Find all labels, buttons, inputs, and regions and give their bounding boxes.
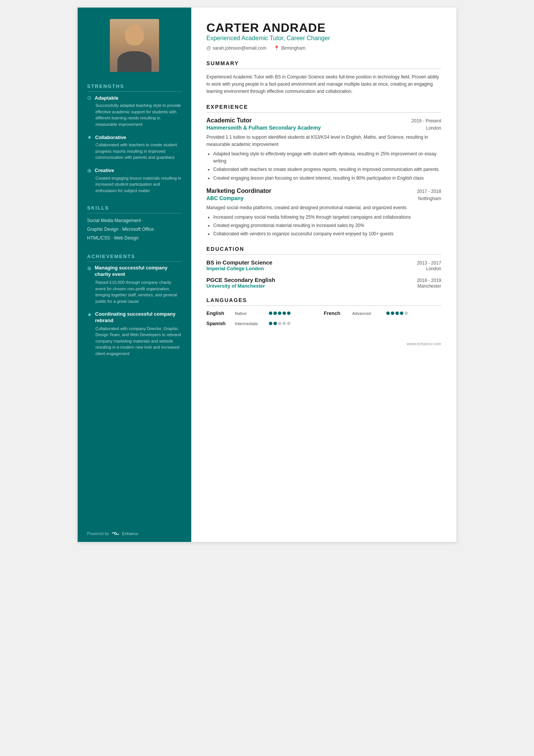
lang-english-level: Native [235,311,265,316]
dot [269,322,272,325]
job1-desc: Provided 1:1 tuition to support identifi… [206,134,441,148]
achievement-charity-title: Managing successful company charity even… [95,265,182,278]
job1-bullet: Created engaging lesson plan focusing on… [213,175,441,182]
education-section: EDUCATION BS in Computer Science 2013 - … [206,246,441,289]
location-value: Birmingham [281,45,305,51]
dot [400,311,403,315]
experience-heading: EXPERIENCE [206,104,441,113]
strength-creative-title: Creative [95,167,114,173]
education-heading: EDUCATION [206,246,441,255]
profile-photo [110,19,159,72]
achievement-charity: ⊕ Managing successful company charity ev… [87,265,182,304]
skills-title: SKILLS [87,205,182,213]
strength-creative-desc: Created engaging lesson materials result… [87,175,182,194]
photo-section [78,8,191,80]
job2-company: ABC Company [206,195,244,201]
languages-section: LANGUAGES English Native French [206,297,441,326]
resume-header: CARTER ANDRADE Experienced Academic Tuto… [206,21,441,51]
email-value: sarah.johnson@email.com [212,45,266,51]
achievement-charity-header: ⊕ Managing successful company charity ev… [87,265,182,278]
strength-adaptable-header: ⊙ Adaptable [87,95,182,101]
edu-bs-location: London [426,266,441,271]
resume-container: STRENGTHS ⊙ Adaptable Successfully adapt… [78,8,456,542]
summary-section: SUMMARY Experienced Academic Tutor with … [206,60,441,95]
lang-english-dots [269,311,290,315]
location-contact: 📍 Birmingham [274,45,305,51]
job2-title: Marketing Coordinator [206,188,272,194]
lang-french-level: Advanced [352,311,383,316]
edu-bs-degree: BS in Computer Science [206,259,272,266]
brand-name: Enhancv [122,531,138,536]
lang-french-name: French [324,310,348,316]
skill-item: HTML/CSS · Web Design [87,234,182,243]
contact-info: @ sarah.johnson@email.com 📍 Birmingham [206,45,441,51]
lang-spanish-level: Intermediate [235,321,265,326]
lang-english: English Native [206,310,324,316]
strengths-title: STRENGTHS [87,83,182,92]
achievements-title: ACHIEVEMENTS [87,254,182,262]
languages-heading: LANGUAGES [206,297,441,306]
brand-logo-icon [111,531,120,536]
strength-collaborative-title: Collaborative [95,135,126,140]
edu-pgce-degree: PGCE Secondary English [206,277,275,283]
strength-adaptable-desc: Successfully adapted teaching style to p… [87,102,182,127]
job1-bullet: Adapted teaching style to effectively en… [213,150,441,165]
dot [404,311,408,315]
job2-bullets: Increased company social media following… [206,214,441,238]
strength-collaborative-desc: Collaborated with teachers to create stu… [87,142,182,161]
collaborative-icon: ★ [87,134,92,140]
rebrand-icon: ★ [87,311,92,318]
strength-adaptable-title: Adaptable [95,95,119,101]
main-content: CARTER ANDRADE Experienced Academic Tuto… [191,8,456,542]
experience-section: EXPERIENCE Academic Tutor 2019 - Present… [206,104,441,238]
edu-bs-subheader: Imperial College London London [206,266,441,271]
job1-subheader: Hammersmith & Fulham Secondary Academy L… [206,125,441,131]
job2-subheader: ABC Company Nottingham [206,195,441,201]
edu-bs-header: BS in Computer Science 2013 - 2017 [206,259,441,266]
charity-icon: ⊕ [87,265,92,271]
languages-grid: English Native French Advanced [206,310,441,326]
achievement-rebrand-title: Coordinating successful company rebrand [95,311,182,324]
email-contact: @ sarah.johnson@email.com [206,45,266,51]
edu-pgce-header: PGCE Secondary English 2018 - 2019 [206,277,441,283]
edu-pgce-dates: 2018 - 2019 [417,278,441,283]
sidebar-content: STRENGTHS ⊙ Adaptable Successfully adapt… [78,80,191,379]
summary-text: Experienced Academic Tutor with BS in Co… [206,74,441,95]
strength-collaborative-header: ★ Collaborative [87,134,182,140]
edu-pgce: PGCE Secondary English 2018 - 2019 Unive… [206,277,441,289]
powered-by-label: Powered by [87,531,109,536]
strength-creative-header: ⊕ Creative [87,167,182,174]
dot [269,311,272,315]
edu-bs: BS in Computer Science 2013 - 2017 Imper… [206,259,441,271]
skills-list: Social Media Management · Graphic Design… [87,216,182,242]
strength-creative: ⊕ Creative Created engaging lesson mater… [87,167,182,194]
job2-location: Nottingham [418,196,441,201]
dot [273,322,277,325]
job1-dates: 2019 - Present [411,118,441,124]
dot [386,311,390,315]
main-footer: www.enhancv.com [206,338,441,346]
edu-bs-dates: 2013 - 2017 [417,260,441,266]
creative-icon: ⊕ [87,167,92,174]
dot [278,311,281,315]
dot [278,322,281,325]
achievement-rebrand-desc: Collaborated with company Director, Grap… [87,326,182,357]
job2-bullet: Increased company social media following… [213,214,441,221]
job1-title: Academic Tutor [206,117,252,124]
job1-bullets: Adapted teaching style to effectively en… [206,150,441,182]
lang-spanish-dots [269,322,290,325]
skill-item: Social Media Management · [87,216,182,225]
skill-item: Graphic Design · Microsoft Office · [87,225,182,234]
candidate-name: CARTER ANDRADE [206,21,441,35]
edu-bs-school: Imperial College London [206,266,264,271]
job2-desc: Managed social media platforms, created … [206,204,441,211]
dot [283,311,286,315]
lang-english-name: English [206,310,231,316]
job1-header: Academic Tutor 2019 - Present [206,117,441,124]
candidate-title: Experienced Academic Tutor, Career Chang… [206,35,441,42]
edu-pgce-location: Manchester [417,283,441,289]
job-academic-tutor: Academic Tutor 2019 - Present Hammersmit… [206,117,441,182]
lang-spanish-name: Spanish [206,321,231,326]
location-icon: 📍 [274,45,279,51]
email-icon: @ [206,45,211,51]
